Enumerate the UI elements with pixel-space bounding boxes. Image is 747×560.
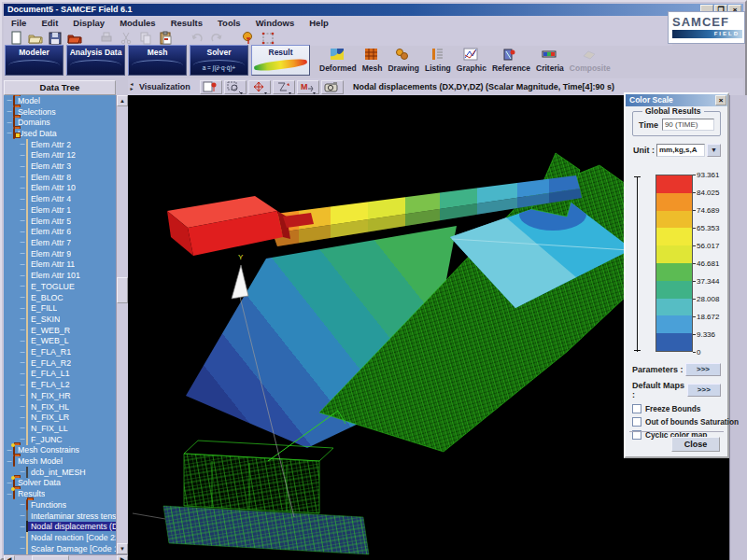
module-tab-solver[interactable]: Solvera = ∫(∂·q·q̇)+	[190, 45, 248, 76]
tree-item[interactable]: ─Elem Attr 10	[4, 183, 116, 194]
tree-item[interactable]: ─N_FIX_LR	[4, 412, 116, 423]
tree-horizontal-scrollbar[interactable]: ◀ ▶	[4, 554, 128, 560]
tree-item[interactable]: ─E_FLA_R1	[4, 346, 116, 357]
checkbox-freeze-bounds[interactable]	[632, 404, 641, 413]
module-tab-mesh[interactable]: Mesh	[128, 45, 187, 76]
open-icon[interactable]	[27, 30, 44, 45]
import-folder-icon[interactable]	[66, 30, 83, 45]
unit-select[interactable]: mm,kg,s,A	[656, 144, 705, 157]
tree-item[interactable]: ─Elem Attr 101	[4, 270, 116, 281]
zoom-box-icon[interactable]	[224, 80, 247, 94]
menu-item-tools[interactable]: Tools	[210, 18, 248, 28]
splitter-arrows-icon[interactable]: ◂▸	[128, 82, 135, 91]
checkbox-out-of-bounds-saturation[interactable]	[632, 417, 641, 427]
tree-item[interactable]: ─Functions	[4, 499, 116, 511]
cut-icon[interactable]	[118, 30, 134, 45]
scroll-up-icon[interactable]: ▲	[117, 95, 128, 106]
menu-item-results[interactable]: Results	[163, 18, 210, 28]
tree-item[interactable]: ─Results	[4, 488, 116, 499]
tree-item[interactable]: ─Elem Attr 2	[4, 139, 116, 150]
module-tab-analysis-data[interactable]: Analysis Data	[66, 45, 125, 76]
scroll-right-icon[interactable]: ▶	[117, 555, 128, 560]
tree-item[interactable]: ─N_FIX_HR	[4, 390, 116, 401]
select-box-icon[interactable]	[260, 30, 276, 45]
new-document-icon[interactable]	[7, 30, 24, 45]
probe-icon[interactable]	[200, 80, 222, 94]
result-tool-drawing[interactable]: Drawing	[388, 47, 419, 73]
save-icon[interactable]	[47, 30, 63, 45]
tree-item[interactable]: ─Elem Attr 8	[4, 172, 116, 183]
tree-item[interactable]: ─Used Data	[4, 128, 116, 139]
tree-item[interactable]: ─E_WEB_L	[4, 335, 116, 346]
tree-item[interactable]: ─F_JUNC	[4, 434, 116, 445]
scrollbar-thumb[interactable]	[32, 555, 69, 560]
annotate-icon[interactable]: M	[297, 80, 319, 94]
tree-item[interactable]: ─N_FIX_HL	[4, 401, 116, 413]
measure-icon[interactable]	[240, 30, 257, 45]
color-scale-titlebar[interactable]: Color Scale ×	[626, 94, 727, 106]
tree-item[interactable]: ─Elem Attr 4	[4, 193, 116, 204]
tree-item[interactable]: ─Domains	[4, 117, 116, 128]
module-tab-modeler[interactable]: Modeler	[5, 45, 63, 76]
result-tool-graphic[interactable]: Graphic	[457, 47, 486, 73]
title-bar[interactable]: Document5 - SAMCEF Field 6.1 _ ❐ ×	[4, 4, 743, 16]
tree-item[interactable]: ─E_TOGLUE	[4, 281, 116, 292]
scroll-left-icon[interactable]: ◀	[4, 555, 15, 560]
menu-item-file[interactable]: File	[4, 18, 34, 28]
tree-item[interactable]: ─E_BLOC	[4, 292, 116, 303]
default-maps-more-button[interactable]: >>>	[687, 384, 721, 397]
tree-item[interactable]: ─Elem Attr 12	[4, 150, 116, 161]
undo-icon[interactable]	[189, 30, 205, 45]
menu-item-edit[interactable]: Edit	[34, 18, 65, 28]
menu-item-modules[interactable]: Modules	[112, 18, 163, 28]
tree-item[interactable]: ─Scalar Damage [Code 1	[4, 543, 116, 554]
tree-item[interactable]: ─Elem Attr 7	[4, 237, 116, 248]
tree-item[interactable]: ─E_FLA_L1	[4, 369, 116, 380]
data-tree-header[interactable]: Data Tree	[4, 80, 116, 95]
tree-item-selected[interactable]: ─Nodal displacements (D	[4, 521, 116, 532]
camera-icon[interactable]	[321, 80, 344, 94]
tree-item[interactable]: ─E_FLA_R2	[4, 357, 116, 369]
scale-range-indicator[interactable]	[634, 176, 641, 352]
tree-item[interactable]: ─Elem Attr 5	[4, 216, 116, 227]
close-panel-button[interactable]: Close	[671, 437, 720, 452]
tree-item[interactable]: ─Selections	[4, 106, 116, 118]
pan-icon[interactable]	[248, 80, 271, 94]
tree-item[interactable]: ─Mesh Constrains	[4, 445, 116, 456]
tree-item[interactable]: ─Elem Attr 3	[4, 161, 116, 172]
tree-item[interactable]: ─E_WEB_R	[4, 325, 116, 336]
panel-close-icon[interactable]: ×	[715, 95, 726, 105]
tree-item[interactable]: ─Nodal reaction [Code 22	[4, 532, 116, 543]
tree-item[interactable]: ─Mesh Model	[4, 455, 116, 467]
tree-item[interactable]: ─Elem Attr 1	[4, 204, 116, 216]
parameters-more-button[interactable]: >>>	[685, 363, 721, 376]
result-tool-mesh[interactable]: Mesh	[362, 47, 383, 73]
result-tool-composite[interactable]: Composite	[570, 47, 611, 73]
tree-item[interactable]: ─dcb_int_MESH	[4, 467, 116, 478]
scroll-down-icon[interactable]: ▼	[117, 543, 128, 554]
tree-item[interactable]: ─Elem Attr 9	[4, 248, 116, 259]
tree-item[interactable]: ─E_FLA_L2	[4, 379, 116, 390]
tree-item[interactable]: ─N_FIX_LL	[4, 423, 116, 434]
paste-icon[interactable]	[157, 30, 174, 45]
copy-icon[interactable]	[137, 30, 154, 45]
tree-item[interactable]: ─E_FILL	[4, 302, 116, 314]
result-tool-reference[interactable]: Reference	[492, 47, 530, 73]
menu-item-display[interactable]: Display	[65, 18, 112, 28]
rotate-icon[interactable]	[273, 80, 295, 94]
result-tool-listing[interactable]: Listing	[425, 47, 451, 73]
module-tab-result[interactable]: Result	[251, 45, 310, 76]
tree-item[interactable]: ─Elem Attr 11	[4, 259, 116, 271]
redo-icon[interactable]	[208, 30, 225, 45]
menu-item-windows[interactable]: Windows	[248, 18, 303, 28]
tree-vertical-scrollbar[interactable]: ▲ ▼	[116, 95, 128, 554]
unit-dropdown-icon[interactable]: ▼	[707, 144, 721, 157]
tab-visualization[interactable]: Visualization	[135, 82, 200, 91]
print-icon[interactable]	[98, 30, 115, 45]
tree-item[interactable]: ─Solver Data	[4, 478, 116, 489]
result-tool-deformed[interactable]: Deformed	[319, 47, 357, 73]
time-field[interactable]: 90 (TIME)	[662, 119, 714, 131]
tree-item[interactable]: ─E_SKIN	[4, 314, 116, 325]
menu-item-help[interactable]: Help	[302, 18, 336, 28]
tree-item[interactable]: ─Elem Attr 6	[4, 226, 116, 237]
